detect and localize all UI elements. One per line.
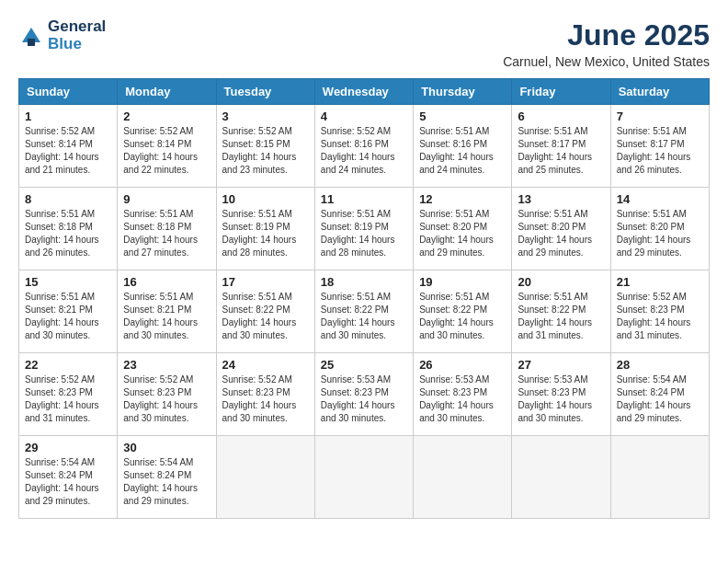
day-number: 23 (123, 358, 210, 372)
day-number: 19 (419, 275, 506, 289)
day-number: 15 (25, 275, 111, 289)
calendar-week-row: 22 Sunrise: 5:52 AMSunset: 8:23 PMDaylig… (19, 353, 710, 436)
calendar-day-cell: 5 Sunrise: 5:51 AMSunset: 8:16 PMDayligh… (414, 105, 512, 188)
calendar-table: SundayMondayTuesdayWednesdayThursdayFrid… (18, 78, 710, 519)
calendar-day-cell: 11 Sunrise: 5:51 AMSunset: 8:19 PMDaylig… (314, 188, 413, 270)
calendar-day-cell: 12 Sunrise: 5:51 AMSunset: 8:20 PMDaylig… (414, 188, 512, 270)
day-number: 22 (25, 358, 111, 372)
day-number: 26 (419, 358, 506, 372)
page-header: General Blue June 2025 Carnuel, New Mexi… (18, 18, 710, 69)
day-number: 9 (123, 192, 210, 206)
day-number: 29 (25, 441, 111, 454)
location-title: Carnuel, New Mexico, United States (503, 54, 710, 69)
calendar-day-cell: 7 Sunrise: 5:51 AMSunset: 8:17 PMDayligh… (610, 105, 709, 188)
calendar-day-cell: 21 Sunrise: 5:52 AMSunset: 8:23 PMDaylig… (610, 270, 709, 353)
day-info: Sunrise: 5:52 AMSunset: 8:23 PMDaylight:… (25, 374, 99, 423)
day-info: Sunrise: 5:51 AMSunset: 8:21 PMDaylight:… (25, 292, 99, 340)
calendar-day-cell: 14 Sunrise: 5:51 AMSunset: 8:20 PMDaylig… (610, 188, 709, 270)
calendar-week-row: 15 Sunrise: 5:51 AMSunset: 8:21 PMDaylig… (19, 270, 710, 353)
calendar-day-cell: 4 Sunrise: 5:52 AMSunset: 8:16 PMDayligh… (314, 105, 413, 188)
calendar-day-cell: 29 Sunrise: 5:54 AMSunset: 8:24 PMDaylig… (19, 436, 118, 519)
day-number: 10 (222, 192, 309, 206)
day-number: 27 (518, 358, 604, 372)
day-number: 8 (25, 192, 111, 206)
calendar-day-cell: 30 Sunrise: 5:54 AMSunset: 8:24 PMDaylig… (118, 436, 216, 519)
calendar-day-cell: 16 Sunrise: 5:51 AMSunset: 8:21 PMDaylig… (118, 270, 216, 353)
calendar-day-cell: 17 Sunrise: 5:51 AMSunset: 8:22 PMDaylig… (216, 270, 314, 353)
calendar-day-cell: 26 Sunrise: 5:53 AMSunset: 8:23 PMDaylig… (414, 353, 512, 436)
calendar-day-cell: 1 Sunrise: 5:52 AMSunset: 8:14 PMDayligh… (19, 105, 118, 188)
day-info: Sunrise: 5:53 AMSunset: 8:23 PMDaylight:… (321, 374, 395, 423)
calendar-day-cell (216, 436, 314, 519)
day-number: 1 (25, 109, 111, 123)
calendar-day-cell: 15 Sunrise: 5:51 AMSunset: 8:21 PMDaylig… (19, 270, 118, 353)
day-number: 11 (321, 192, 407, 206)
logo-general: General (48, 18, 106, 36)
day-info: Sunrise: 5:54 AMSunset: 8:24 PMDaylight:… (25, 457, 99, 506)
weekday-header: Wednesday (314, 79, 413, 105)
day-number: 25 (321, 358, 407, 372)
day-info: Sunrise: 5:51 AMSunset: 8:17 PMDaylight:… (518, 126, 592, 175)
calendar-day-cell: 25 Sunrise: 5:53 AMSunset: 8:23 PMDaylig… (314, 353, 413, 436)
calendar-header-row: SundayMondayTuesdayWednesdayThursdayFrid… (19, 79, 710, 105)
calendar-week-row: 8 Sunrise: 5:51 AMSunset: 8:18 PMDayligh… (19, 188, 710, 270)
day-number: 28 (617, 358, 703, 372)
day-info: Sunrise: 5:52 AMSunset: 8:16 PMDaylight:… (321, 126, 395, 175)
weekday-header: Saturday (610, 79, 709, 105)
day-number: 5 (419, 109, 506, 123)
day-info: Sunrise: 5:51 AMSunset: 8:19 PMDaylight:… (321, 209, 395, 258)
calendar-day-cell: 2 Sunrise: 5:52 AMSunset: 8:14 PMDayligh… (118, 105, 216, 188)
weekday-header: Friday (512, 79, 610, 105)
calendar-day-cell: 9 Sunrise: 5:51 AMSunset: 8:18 PMDayligh… (118, 188, 216, 270)
calendar-week-row: 29 Sunrise: 5:54 AMSunset: 8:24 PMDaylig… (19, 436, 710, 519)
month-title: June 2025 (503, 18, 710, 52)
day-info: Sunrise: 5:52 AMSunset: 8:15 PMDaylight:… (222, 126, 297, 175)
calendar-day-cell: 23 Sunrise: 5:52 AMSunset: 8:23 PMDaylig… (118, 353, 216, 436)
day-number: 17 (222, 275, 309, 289)
calendar-day-cell: 19 Sunrise: 5:51 AMSunset: 8:22 PMDaylig… (414, 270, 512, 353)
logo-icon (18, 24, 44, 50)
calendar-day-cell: 20 Sunrise: 5:51 AMSunset: 8:22 PMDaylig… (512, 270, 610, 353)
logo-blue: Blue (48, 36, 106, 53)
calendar-day-cell: 6 Sunrise: 5:51 AMSunset: 8:17 PMDayligh… (512, 105, 610, 188)
calendar-day-cell: 3 Sunrise: 5:52 AMSunset: 8:15 PMDayligh… (216, 105, 314, 188)
calendar-day-cell (610, 436, 709, 519)
calendar-week-row: 1 Sunrise: 5:52 AMSunset: 8:14 PMDayligh… (19, 105, 710, 188)
day-info: Sunrise: 5:51 AMSunset: 8:22 PMDaylight:… (518, 292, 592, 340)
day-number: 16 (123, 275, 210, 289)
calendar-day-cell: 24 Sunrise: 5:52 AMSunset: 8:23 PMDaylig… (216, 353, 314, 436)
day-info: Sunrise: 5:51 AMSunset: 8:21 PMDaylight:… (123, 292, 198, 340)
weekday-header: Tuesday (216, 79, 314, 105)
day-number: 12 (419, 192, 506, 206)
calendar-day-cell: 8 Sunrise: 5:51 AMSunset: 8:18 PMDayligh… (19, 188, 118, 270)
day-info: Sunrise: 5:51 AMSunset: 8:22 PMDaylight:… (419, 292, 494, 340)
day-number: 2 (123, 109, 210, 123)
svg-rect-1 (28, 39, 35, 46)
day-info: Sunrise: 5:51 AMSunset: 8:18 PMDaylight:… (123, 209, 198, 258)
day-number: 30 (123, 441, 210, 454)
calendar-day-cell (512, 436, 610, 519)
day-number: 7 (617, 109, 703, 123)
day-info: Sunrise: 5:53 AMSunset: 8:23 PMDaylight:… (518, 374, 592, 423)
day-info: Sunrise: 5:51 AMSunset: 8:18 PMDaylight:… (25, 209, 99, 258)
day-number: 20 (518, 275, 604, 289)
title-block: June 2025 Carnuel, New Mexico, United St… (503, 18, 710, 69)
weekday-header: Sunday (19, 79, 118, 105)
day-info: Sunrise: 5:51 AMSunset: 8:20 PMDaylight:… (617, 209, 691, 258)
calendar-day-cell: 27 Sunrise: 5:53 AMSunset: 8:23 PMDaylig… (512, 353, 610, 436)
day-info: Sunrise: 5:52 AMSunset: 8:14 PMDaylight:… (25, 126, 99, 175)
day-info: Sunrise: 5:52 AMSunset: 8:14 PMDaylight:… (123, 126, 198, 175)
day-info: Sunrise: 5:52 AMSunset: 8:23 PMDaylight:… (222, 374, 297, 423)
calendar-day-cell (314, 436, 413, 519)
day-info: Sunrise: 5:51 AMSunset: 8:16 PMDaylight:… (419, 126, 494, 175)
weekday-header: Thursday (414, 79, 512, 105)
day-info: Sunrise: 5:51 AMSunset: 8:22 PMDaylight:… (321, 292, 395, 340)
day-info: Sunrise: 5:53 AMSunset: 8:23 PMDaylight:… (419, 374, 494, 423)
day-info: Sunrise: 5:54 AMSunset: 8:24 PMDaylight:… (123, 457, 198, 506)
day-number: 21 (617, 275, 703, 289)
logo: General Blue (18, 18, 106, 52)
day-info: Sunrise: 5:52 AMSunset: 8:23 PMDaylight:… (617, 292, 691, 340)
day-info: Sunrise: 5:51 AMSunset: 8:22 PMDaylight:… (222, 292, 297, 340)
calendar-day-cell: 18 Sunrise: 5:51 AMSunset: 8:22 PMDaylig… (314, 270, 413, 353)
calendar-day-cell (414, 436, 512, 519)
